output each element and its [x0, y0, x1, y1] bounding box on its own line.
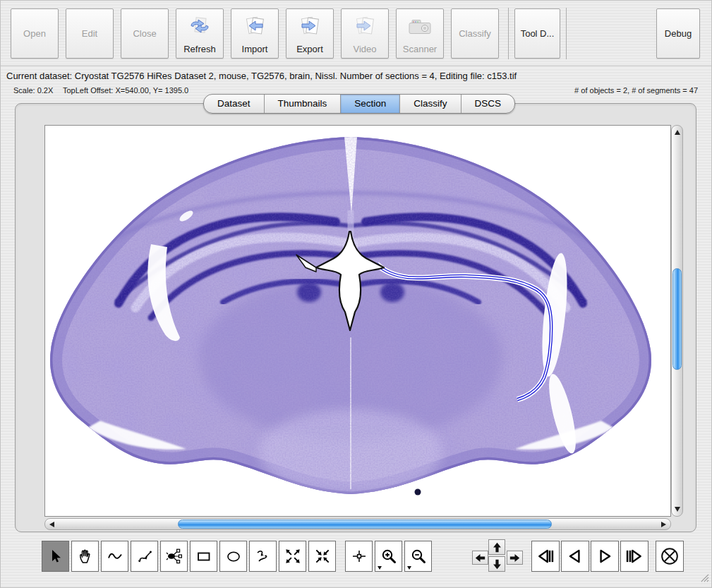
circle-x-icon: [660, 546, 680, 566]
tool-d-button[interactable]: Tool D...: [514, 8, 560, 59]
shrink-view-tool[interactable]: [308, 541, 336, 572]
pan-right-button[interactable]: [507, 551, 523, 565]
node-handles-icon: [165, 547, 183, 565]
spline-trace-tool[interactable]: [131, 541, 158, 572]
current-dataset-text: Current dataset: Cryostat TG2576 HiRes D…: [6, 71, 517, 81]
down-arrow-icon: [492, 559, 502, 570]
hand-icon: [77, 548, 94, 565]
edit-curve-tool[interactable]: [249, 541, 277, 572]
scanner-camera-icon: [397, 12, 443, 40]
edit-button[interactable]: Edit: [66, 8, 114, 59]
first-section-button[interactable]: [531, 541, 560, 572]
previous-section-button[interactable]: [561, 541, 589, 572]
freehand-line-tool[interactable]: [101, 541, 128, 572]
squiggle-icon: [107, 548, 123, 565]
first-section-icon: [536, 547, 555, 565]
left-arrow-icon: [475, 553, 485, 563]
zoom-in-icon: [380, 548, 397, 565]
tab-section[interactable]: Section: [341, 95, 400, 113]
select-arrow-tool[interactable]: [42, 541, 69, 572]
import-button[interactable]: Import: [231, 8, 279, 59]
tab-classify[interactable]: Classify: [400, 95, 461, 113]
video-export-icon: [342, 12, 388, 40]
next-section-button[interactable]: [591, 541, 619, 572]
scanner-button[interactable]: Scanner: [396, 8, 444, 59]
rectangle-tool[interactable]: [190, 541, 217, 572]
node-edit-tool[interactable]: [160, 541, 188, 572]
horizontal-scroll-thumb[interactable]: [178, 520, 552, 529]
expand-arrows-icon: [284, 547, 302, 565]
toolbar-separator: [508, 8, 509, 59]
refresh-arrows-icon: [176, 12, 223, 40]
import-arrow-icon: [231, 12, 278, 40]
scroll-right-arrow-icon[interactable]: [661, 522, 666, 527]
export-arrow-icon: [286, 12, 333, 40]
scroll-left-arrow-icon[interactable]: [49, 522, 54, 527]
open-button[interactable]: Open: [11, 8, 59, 59]
vertical-scroll-thumb[interactable]: [672, 268, 682, 370]
rectangle-icon: [195, 548, 212, 565]
close-button[interactable]: Close: [121, 8, 169, 59]
ellipse-tool[interactable]: [219, 541, 247, 572]
topleft-offset-text: TopLeft Offset: X=540.00, Y= 1395.0: [63, 86, 188, 95]
next-section-icon: [596, 547, 614, 565]
scale-text: Scale: 0.2X: [13, 86, 53, 95]
previous-section-icon: [566, 547, 584, 565]
center-point-tool[interactable]: [345, 541, 373, 572]
zoom-in-dropdown-icon[interactable]: [378, 566, 382, 570]
vertical-scrollbar[interactable]: [671, 125, 683, 517]
toolbar-separator: [566, 8, 567, 59]
view-tab-bar: Dataset Thumbnails Section Classify DSCS: [203, 94, 515, 114]
pan-down-button[interactable]: [488, 556, 505, 572]
last-section-button[interactable]: [620, 541, 648, 572]
zoom-out-tool[interactable]: [404, 541, 432, 572]
pan-hand-tool[interactable]: [71, 541, 99, 572]
spline-arrow-icon: [136, 548, 153, 565]
tab-thumbnails[interactable]: Thumbnails: [265, 95, 342, 113]
up-arrow-icon: [492, 542, 502, 553]
zoom-out-dropdown-icon[interactable]: [407, 566, 411, 570]
object-segment-counts-text: # of objects = 2, # of segments = 47: [574, 86, 698, 95]
last-section-icon: [625, 547, 644, 565]
contract-arrows-icon: [313, 547, 332, 565]
expand-view-tool[interactable]: [279, 541, 306, 572]
tab-dataset[interactable]: Dataset: [204, 95, 265, 113]
cursor-arrow-icon: [47, 548, 64, 565]
pan-up-button[interactable]: [488, 539, 505, 555]
section-image-canvas[interactable]: [44, 125, 671, 517]
crosshair-icon: [351, 548, 368, 565]
ellipse-icon: [225, 548, 242, 565]
refresh-button[interactable]: Refresh: [176, 8, 224, 59]
scroll-down-arrow-icon[interactable]: [675, 507, 680, 512]
zoom-out-icon: [410, 548, 427, 565]
classify-button[interactable]: Classify: [451, 8, 499, 59]
brain-section-image: [45, 126, 670, 516]
toolbar-divider: [1, 66, 711, 67]
pan-left-button[interactable]: [472, 551, 488, 565]
close-section-button[interactable]: [656, 541, 684, 572]
right-arrow-icon: [509, 553, 520, 563]
application-window: Open Edit Close Refresh Import: [0, 0, 712, 588]
scroll-up-arrow-icon[interactable]: [675, 130, 680, 135]
video-button[interactable]: Video: [341, 8, 389, 59]
zoom-in-tool[interactable]: [375, 541, 402, 572]
window-resize-grip[interactable]: [698, 571, 709, 585]
export-button[interactable]: Export: [286, 8, 334, 59]
debug-button[interactable]: Debug: [656, 8, 700, 59]
curve-arrow-icon: [255, 548, 272, 565]
tab-dscs[interactable]: DSCS: [461, 95, 515, 113]
horizontal-scrollbar[interactable]: [44, 518, 671, 530]
